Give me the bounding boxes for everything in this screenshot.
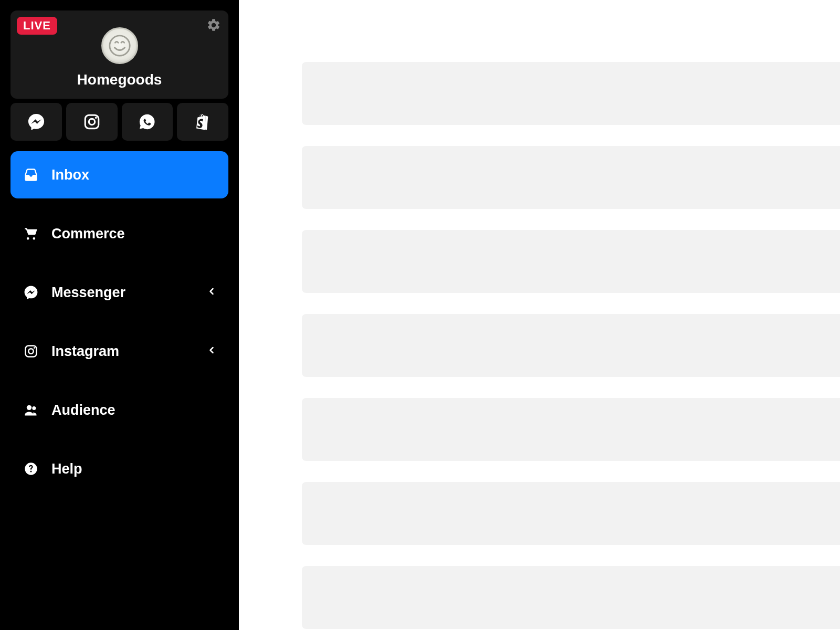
skeleton-row [302,62,840,125]
skeleton-row [302,398,840,461]
sidebar: LIVE Homegoods [0,0,239,630]
nav-item-commerce[interactable]: Commerce [10,210,228,257]
main-content [239,0,840,630]
nav-label: Instagram [51,343,119,360]
settings-button[interactable] [204,16,223,35]
people-icon [22,403,40,417]
nav-label: Messenger [51,285,125,301]
svg-point-0 [109,36,129,56]
instagram-icon [22,344,40,359]
nav-item-help[interactable]: Help [10,445,228,492]
profile-card: LIVE Homegoods [10,10,228,99]
shopify-icon [194,113,211,130]
nav-item-inbox[interactable]: Inbox [10,151,228,198]
smiley-icon [108,34,132,58]
skeleton-row [302,230,840,293]
gear-icon [206,18,221,33]
nav-item-audience[interactable]: Audience [10,386,228,434]
sidebar-nav: Inbox Commerce Messenger [10,151,228,492]
channel-whatsapp[interactable] [122,103,173,141]
channel-shopify[interactable] [177,103,228,141]
cart-icon [22,226,40,241]
inbox-icon [22,167,40,182]
brand-name: Homegoods [77,71,162,88]
avatar[interactable] [101,27,138,64]
skeleton-row [302,482,840,545]
svg-point-2 [89,119,94,124]
skeleton-row [302,566,840,629]
skeleton-row [302,314,840,377]
chevron-left-icon [206,286,217,299]
svg-point-7 [27,405,32,410]
skeleton-list [302,62,840,629]
channel-messenger[interactable] [10,103,62,141]
whatsapp-icon [138,113,156,131]
nav-label: Commerce [51,226,125,242]
instagram-icon [83,113,101,131]
svg-point-8 [32,406,36,410]
help-icon [22,461,40,476]
messenger-icon [27,113,45,131]
svg-point-5 [28,349,33,353]
channel-instagram[interactable] [66,103,118,141]
messenger-icon [22,285,40,300]
app-root: LIVE Homegoods [0,0,840,630]
svg-point-6 [34,347,35,349]
nav-item-instagram[interactable]: Instagram [10,328,228,375]
nav-label: Help [51,461,82,477]
svg-point-3 [95,117,97,119]
chevron-left-icon [206,345,217,358]
nav-item-messenger[interactable]: Messenger [10,269,228,316]
skeleton-row [302,146,840,209]
channel-row [10,103,228,141]
nav-label: Inbox [51,167,89,183]
live-badge: LIVE [17,17,57,35]
nav-label: Audience [51,402,116,418]
